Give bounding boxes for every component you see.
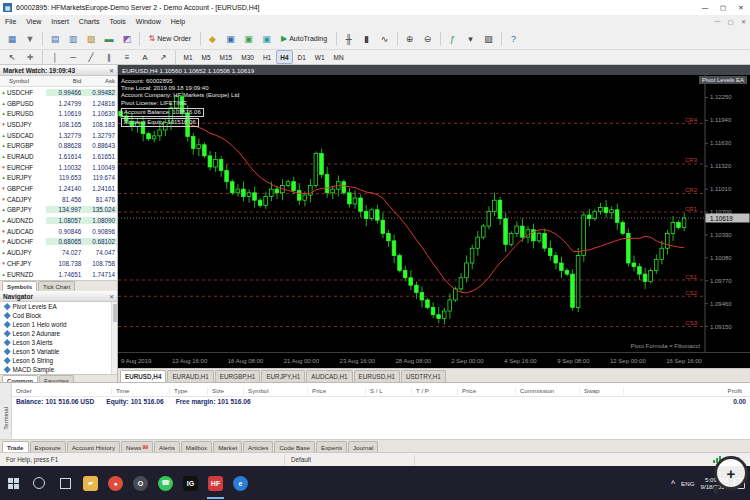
timeframe-mn-button[interactable]: MN — [330, 50, 348, 64]
minimize-button[interactable]: — — [696, 0, 714, 15]
timeframe-w1-button[interactable]: W1 — [311, 50, 329, 64]
chart-tab-eurusd-h4[interactable]: EURUSD,H4 — [120, 370, 166, 382]
market-watch-close-icon[interactable]: ✕ — [109, 67, 114, 74]
chart-tab-usdtry-h1[interactable]: USDTRY,H1 — [401, 370, 446, 382]
vertical-line-icon[interactable]: │ — [47, 50, 64, 64]
child-close-icon[interactable]: ✕ — [737, 18, 750, 25]
terminal-column-price[interactable]: Price — [458, 387, 516, 395]
file-explorer-icon[interactable]: ▰ — [78, 466, 103, 500]
autotrading-button[interactable]: ▶AutoTrading — [276, 30, 332, 48]
chart-tab-audcad-h1[interactable]: AUDCAD,H1 — [306, 370, 352, 382]
timeframe-m15-button[interactable]: M15 — [216, 50, 237, 64]
start-button[interactable] — [0, 466, 26, 500]
column-ask[interactable]: Ask — [81, 78, 117, 84]
navigator-item-leson-3-alerts[interactable]: Leson 3 Alerts — [0, 338, 117, 347]
new-order-button[interactable]: ⇅New Order — [144, 30, 197, 48]
navigator-icon[interactable]: ▧ — [83, 30, 100, 48]
market-watch-row[interactable]: ▼AUDCAD0.908460.90896 — [0, 226, 117, 237]
market-watch-row[interactable]: ▲EURJPY119.653119.674 — [0, 173, 117, 184]
navigator-item-leson-1-helo-world[interactable]: Leson 1 Helo world — [0, 320, 117, 329]
new-chart-icon[interactable]: ▦ — [4, 30, 21, 48]
terminal-tab-code-base[interactable]: Code Base — [274, 441, 315, 452]
whatsapp-icon[interactable]: ☎ — [153, 466, 178, 500]
close-button[interactable]: ✕ — [732, 0, 750, 15]
market-watch-row[interactable]: ▲USDCHF0.994660.99482 — [0, 87, 117, 98]
terminal-column-time[interactable]: Time — [112, 387, 170, 395]
profiles-icon[interactable]: ▼ — [22, 30, 39, 48]
timeframe-d1-button[interactable]: D1 — [294, 50, 310, 64]
search-button[interactable] — [26, 466, 52, 500]
child-restore-icon[interactable]: ▢ — [724, 18, 737, 25]
chart-tab-euraud-h1[interactable]: EURAUD,H1 — [167, 370, 213, 382]
text-label-icon[interactable]: A — [137, 50, 154, 64]
terminal-tab-news[interactable]: News99 — [121, 441, 153, 452]
mw-tab-tick-chart[interactable]: Tick Chart — [38, 281, 75, 291]
arrow-object-icon[interactable]: ↗ — [155, 50, 172, 64]
terminal-tab-experts[interactable]: Experts — [316, 441, 347, 452]
chart-tab-eurgbp-h1[interactable]: EURGBP,H1 — [215, 370, 261, 382]
mw-tab-symbols[interactable]: Symbols — [2, 281, 37, 291]
terminal-tab-mailbox[interactable]: Mailbox — [181, 441, 212, 452]
terminal-column-s-l[interactable]: S / L — [366, 387, 412, 395]
metaeditor-icon[interactable]: ◆ — [204, 30, 221, 48]
market-watch-row[interactable]: ▲EURNZD1.746511.74714 — [0, 269, 117, 280]
market-watch-row[interactable]: ▼AUDCHF0.680650.68102 — [0, 237, 117, 248]
status-profile[interactable]: Default — [285, 455, 415, 465]
navigator-item-leson-5-variable[interactable]: Leson 5 Variable — [0, 347, 117, 356]
market-watch-row[interactable]: ▲EURGBP0.886280.88643 — [0, 140, 117, 151]
channel-icon[interactable]: ∥ — [101, 50, 118, 64]
indicators-icon[interactable]: ƒ — [444, 30, 461, 48]
market-watch-title[interactable]: Market Watch: 19:09:43 ✕ — [0, 65, 117, 76]
navigator-item-pivot-levels-ea[interactable]: Pivot Levels EA — [0, 302, 117, 311]
market-watch-row[interactable]: ▲GBPUSD1.247991.24816 — [0, 98, 117, 109]
navigator-close-icon[interactable]: ✕ — [109, 293, 114, 300]
bars-chart-icon[interactable]: ╫ — [340, 30, 357, 48]
chart-tab-eurjpy-h1[interactable]: EURJPY,H1 — [261, 370, 305, 382]
terminal-tab-market[interactable]: Market — [213, 441, 242, 452]
help-icon[interactable]: ? — [505, 30, 522, 48]
line-chart-icon[interactable]: ∿ — [376, 30, 393, 48]
navigator-item-cod-block[interactable]: Cod Block — [0, 311, 117, 320]
chart-time-axis[interactable]: 9 Aug 201913 Aug 16:0016 Aug 08:0021 Aug… — [118, 352, 750, 368]
menu-item-charts[interactable]: Charts — [74, 15, 105, 28]
hotforex-icon[interactable]: HF — [203, 466, 228, 500]
timeframe-m5-button[interactable]: M5 — [198, 50, 215, 64]
task-view-button[interactable] — [52, 466, 78, 500]
terminal-tab-account-history[interactable]: Account History — [67, 441, 120, 452]
signals-icon[interactable]: ▣ — [240, 30, 257, 48]
terminal-tab-alerts[interactable]: Alerts — [154, 441, 180, 452]
menu-item-file[interactable]: File — [0, 15, 21, 28]
terminal-tab-exposure[interactable]: Exposure — [30, 441, 66, 452]
market-watch-row[interactable]: ▼USDJPY108.165108.183 — [0, 119, 117, 130]
terminal-column-price[interactable]: Price — [308, 387, 366, 395]
horizontal-line-icon[interactable]: ─ — [65, 50, 82, 64]
terminal-column-order[interactable]: Order — [12, 387, 112, 395]
zoom-out-icon[interactable]: ⊖ — [419, 30, 436, 48]
tray-chevron-icon[interactable]: ^ — [671, 480, 675, 487]
market-watch-row[interactable]: ▼EURCHF1.100321.10049 — [0, 162, 117, 173]
chrome-icon[interactable]: ● — [103, 466, 128, 500]
strategy-tester-icon[interactable]: ◩ — [119, 30, 136, 48]
menu-item-view[interactable]: View — [21, 15, 46, 28]
terminal-panel-icon[interactable]: ▬ — [101, 30, 118, 48]
maximize-button[interactable]: ▢ — [714, 0, 732, 15]
navigator-title[interactable]: Navigator ✕ — [0, 291, 117, 302]
navigator-item-macd-sample[interactable]: MACD Sample — [0, 365, 117, 374]
market-watch-row[interactable]: ▲EURUSD1.106191.10630 — [0, 108, 117, 119]
ig-icon[interactable]: IG — [178, 466, 203, 500]
market-watch-row[interactable]: ▲GBPJPY134.997135.024 — [0, 205, 117, 216]
navigator-scrollbar[interactable] — [111, 302, 117, 374]
timeframe-m1-button[interactable]: M1 — [180, 50, 197, 64]
market-watch-row[interactable]: ▼GBPCHF1.241401.24161 — [0, 183, 117, 194]
terminal-tab-journal[interactable]: Journal — [348, 441, 378, 452]
terminal-tab-trade[interactable]: Trade — [2, 441, 29, 452]
terminal-column-t-p[interactable]: T / P — [412, 387, 458, 395]
zoom-in-icon[interactable]: ⊕ — [401, 30, 418, 48]
cursor-icon[interactable]: ↖ — [4, 50, 21, 64]
navigator-item-leson-2-adunare[interactable]: Leson 2 Adunare — [0, 329, 117, 338]
mql5-icon[interactable]: ▣ — [222, 30, 239, 48]
chart-tab-eurusd-h1[interactable]: EURUSD,H1 — [354, 370, 400, 382]
terminal-column-profit[interactable]: Profit — [624, 387, 750, 395]
child-minimize-icon[interactable]: — — [711, 18, 724, 25]
market-watch-row[interactable]: ▲USDCAD1.327791.32797 — [0, 130, 117, 141]
